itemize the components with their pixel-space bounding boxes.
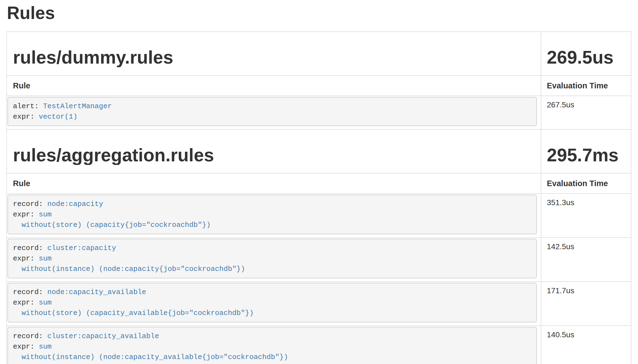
rule-link[interactable]: without(store) (capacity{job="cockroachd… bbox=[13, 221, 211, 229]
rule-definition: alert: TestAlertManager expr: vector(1) bbox=[7, 97, 537, 126]
rules-page: Rules rules/dummy.rules269.5usRuleEvalua… bbox=[6, 3, 631, 364]
rule-row: record: cluster:capacity expr: sum witho… bbox=[7, 238, 631, 282]
rule-group-header-row: rules/dummy.rules269.5us bbox=[7, 32, 631, 75]
rule-cell: record: node:capacity expr: sum without(… bbox=[7, 194, 541, 238]
rule-cell: record: cluster:capacity expr: sum witho… bbox=[7, 238, 541, 282]
rule-eval-time: 142.5us bbox=[541, 238, 631, 282]
rule-definition: record: cluster:capacity expr: sum witho… bbox=[7, 239, 537, 278]
rule-group-eval-time-cell: 269.5us bbox=[541, 32, 631, 75]
rule-link[interactable]: node:capacity_available bbox=[47, 288, 146, 296]
rule-link[interactable]: without(instance) (node:capacity{job="co… bbox=[13, 265, 245, 273]
rule-eval-time: 140.5us bbox=[541, 326, 631, 364]
rule-link[interactable]: without(instance) (node:capacity_availab… bbox=[13, 353, 288, 361]
rule-keyword: record: bbox=[13, 288, 47, 296]
rule-group-title: rules/dummy.rules bbox=[13, 47, 541, 67]
rule-link[interactable]: sum bbox=[39, 210, 52, 219]
rule-column-header: Rule bbox=[7, 75, 541, 96]
rule-group-name-cell: rules/dummy.rules bbox=[7, 32, 541, 75]
rule-keyword: expr: bbox=[13, 343, 39, 351]
rule-group-name-cell: rules/aggregation.rules bbox=[7, 129, 541, 173]
rule-column-header: Rule bbox=[7, 173, 541, 194]
evaluation-time-column-header: Evaluation Time bbox=[541, 173, 631, 194]
rule-link[interactable]: vector(1) bbox=[39, 113, 77, 121]
page-title: Rules bbox=[7, 3, 631, 23]
rule-link[interactable]: cluster:capacity bbox=[47, 244, 116, 252]
rule-eval-time: 171.7us bbox=[541, 282, 631, 326]
rule-row: record: node:capacity expr: sum without(… bbox=[7, 194, 631, 238]
rule-link[interactable]: TestAlertManager bbox=[43, 102, 112, 110]
rule-keyword: record: bbox=[13, 244, 47, 252]
rule-cell: record: node:capacity_available expr: su… bbox=[7, 282, 541, 326]
evaluation-time-column-header: Evaluation Time bbox=[541, 75, 631, 96]
rule-cell: alert: TestAlertManager expr: vector(1) bbox=[7, 96, 541, 129]
rule-keyword: expr: bbox=[13, 210, 39, 219]
rule-link[interactable]: cluster:capacity_available bbox=[47, 332, 159, 340]
rule-row: record: node:capacity_available expr: su… bbox=[7, 282, 631, 326]
rule-link[interactable]: sum bbox=[39, 254, 52, 263]
rule-group-eval-time: 295.7ms bbox=[547, 145, 631, 165]
rule-group-title: rules/aggregation.rules bbox=[13, 145, 541, 165]
rule-definition: record: cluster:capacity_available expr:… bbox=[7, 327, 537, 364]
rule-group-eval-time-cell: 295.7ms bbox=[541, 129, 631, 173]
column-header-row: RuleEvaluation Time bbox=[7, 75, 631, 96]
rule-definition: record: node:capacity_available expr: su… bbox=[7, 283, 537, 322]
rule-cell: record: cluster:capacity_available expr:… bbox=[7, 326, 541, 364]
rule-eval-time: 351.3us bbox=[541, 194, 631, 238]
rule-link[interactable]: sum bbox=[39, 343, 52, 351]
column-header-row: RuleEvaluation Time bbox=[7, 173, 631, 194]
rule-group-header-row: rules/aggregation.rules295.7ms bbox=[7, 129, 631, 173]
rule-link[interactable]: sum bbox=[39, 298, 52, 307]
rule-keyword: expr: bbox=[13, 298, 39, 307]
rule-group-eval-time: 269.5us bbox=[547, 47, 631, 67]
rule-keyword: record: bbox=[13, 332, 47, 340]
rule-keyword: expr: bbox=[13, 113, 39, 121]
rules-table-body: rules/dummy.rules269.5usRuleEvaluation T… bbox=[7, 32, 631, 364]
rule-keyword: expr: bbox=[13, 254, 39, 263]
rule-eval-time: 267.5us bbox=[541, 96, 631, 129]
rule-row: alert: TestAlertManager expr: vector(1)2… bbox=[7, 96, 631, 129]
rule-row: record: cluster:capacity_available expr:… bbox=[7, 326, 631, 364]
rules-table: rules/dummy.rules269.5usRuleEvaluation T… bbox=[6, 31, 631, 364]
rule-definition: record: node:capacity expr: sum without(… bbox=[7, 195, 537, 234]
rule-keyword: record: bbox=[13, 200, 47, 208]
rule-keyword: alert: bbox=[13, 102, 43, 110]
rule-link[interactable]: node:capacity bbox=[47, 200, 103, 208]
rule-link[interactable]: without(store) (capacity_available{job="… bbox=[13, 309, 254, 317]
